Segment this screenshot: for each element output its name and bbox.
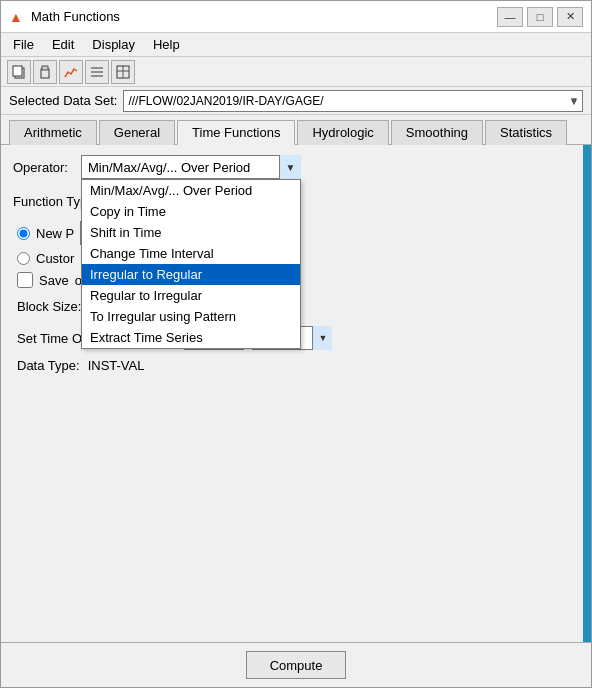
dataset-select[interactable]: ///FLOW/02JAN2019/IR-DAY/GAGE/: [123, 90, 583, 112]
operator-row: Operator: Min/Max/Avg/... Over Period ▼ …: [13, 155, 579, 179]
menu-help[interactable]: Help: [145, 35, 188, 54]
bottom-bar: Compute: [1, 642, 591, 687]
save-checkbox[interactable]: [17, 272, 33, 288]
title-controls: — □ ✕: [497, 7, 583, 27]
dropdown-item-2[interactable]: Shift in Time: [82, 222, 300, 243]
tab-arithmetic[interactable]: Arithmetic: [9, 120, 97, 145]
save-label: Save: [39, 273, 69, 288]
tab-time-functions[interactable]: Time Functions: [177, 120, 295, 145]
toolbar-chart-btn[interactable]: [59, 60, 83, 84]
compute-button[interactable]: Compute: [246, 651, 346, 679]
app-icon: ▲: [9, 9, 25, 25]
toolbar-grid-btn[interactable]: [111, 60, 135, 84]
toolbar: [1, 57, 591, 87]
window-title: Math Functions: [31, 9, 120, 24]
dataset-label: Selected Data Set:: [9, 93, 117, 108]
tabs: Arithmetic General Time Functions Hydrol…: [1, 115, 591, 145]
svg-rect-1: [13, 66, 22, 76]
data-type-value: INST-VAL: [88, 358, 145, 373]
radio-custom[interactable]: [17, 252, 30, 265]
svg-rect-3: [42, 66, 48, 70]
tab-general[interactable]: General: [99, 120, 175, 145]
radio-custom-label: Custor: [36, 251, 74, 266]
close-button[interactable]: ✕: [557, 7, 583, 27]
tab-smoothing[interactable]: Smoothing: [391, 120, 483, 145]
tab-hydrologic[interactable]: Hydrologic: [297, 120, 388, 145]
dropdown-item-4[interactable]: Irregular to Regular: [82, 264, 300, 285]
dataset-select-wrap: ///FLOW/02JAN2019/IR-DAY/GAGE/ ▼: [123, 90, 583, 112]
operator-select-wrap: Min/Max/Avg/... Over Period ▼ Min/Max/Av…: [81, 155, 301, 179]
tab-statistics[interactable]: Statistics: [485, 120, 567, 145]
menu-file[interactable]: File: [5, 35, 42, 54]
operator-label: Operator:: [13, 160, 73, 175]
menu-bar: File Edit Display Help: [1, 33, 591, 57]
operator-dropdown-menu: Min/Max/Avg/... Over Period Copy in Time…: [81, 179, 301, 349]
menu-display[interactable]: Display: [84, 35, 143, 54]
radio-new-label: New P: [36, 226, 74, 241]
minimize-button[interactable]: —: [497, 7, 523, 27]
operator-select-display[interactable]: Min/Max/Avg/... Over Period: [81, 155, 301, 179]
data-type-row: Data Type: INST-VAL: [13, 358, 579, 373]
blue-sidebar: [583, 145, 591, 642]
main-window: ▲ Math Functions — □ ✕ File Edit Display…: [0, 0, 592, 688]
content-area: Operator: Min/Max/Avg/... Over Period ▼ …: [1, 145, 591, 642]
dropdown-item-1[interactable]: Copy in Time: [82, 201, 300, 222]
menu-edit[interactable]: Edit: [44, 35, 82, 54]
radio-new-p[interactable]: [17, 227, 30, 240]
dropdown-item-7[interactable]: Extract Time Series: [82, 327, 300, 348]
title-bar-left: ▲ Math Functions: [9, 9, 120, 25]
toolbar-copy-btn[interactable]: [7, 60, 31, 84]
toolbar-list-btn[interactable]: [85, 60, 109, 84]
dropdown-item-5[interactable]: Regular to Irregular: [82, 285, 300, 306]
title-bar: ▲ Math Functions — □ ✕: [1, 1, 591, 33]
data-type-label: Data Type:: [17, 358, 80, 373]
block-label: Block Size:: [17, 299, 87, 314]
maximize-button[interactable]: □: [527, 7, 553, 27]
dropdown-item-6[interactable]: To Irregular using Pattern: [82, 306, 300, 327]
dropdown-item-0[interactable]: Min/Max/Avg/... Over Period: [82, 180, 300, 201]
dropdown-item-3[interactable]: Change Time Interval: [82, 243, 300, 264]
toolbar-paste-btn[interactable]: [33, 60, 57, 84]
dataset-row: Selected Data Set: ///FLOW/02JAN2019/IR-…: [1, 87, 591, 115]
